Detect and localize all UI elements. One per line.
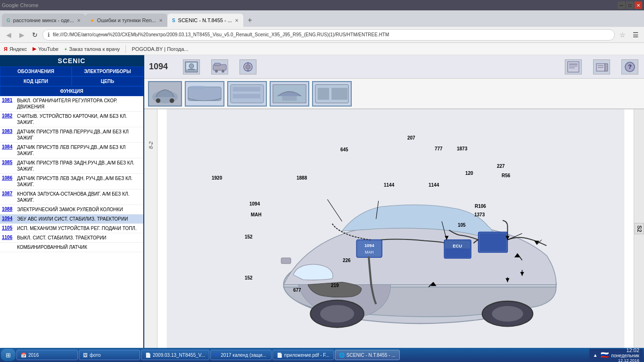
tab1-label: расстояние минск - оде...: [13, 17, 74, 23]
sidebar-item-1088[interactable]: 1088 ЭЛЕКТРИЧЕСКИЙ ЗАМОК РУЛЕВОЙ КОЛОНКИ: [0, 205, 143, 214]
svg-point-23: [170, 98, 174, 103]
taskbar-item2-label: фото: [90, 353, 101, 358]
sidebar-item-text: ДАТЧИК ПРИСУТВ ПРАВ ЗАДН.РУЧ.ДВ.,А/М БЕЗ…: [17, 160, 141, 172]
bookmark-doctor[interactable]: + Заказ талона к врачу: [64, 46, 120, 52]
clock-time: 12:02: [611, 347, 639, 353]
clock-date: 12.12.2016: [611, 358, 639, 362]
window-controls: ─ □ ✕: [618, 1, 642, 9]
sidebar-item-1106[interactable]: 1106 ВЫКЛ. СИСТ. СТАБИЛИЗ. ТРАЕКТОРИИ: [0, 233, 143, 243]
svg-point-5: [215, 70, 218, 73]
nav-oboznacheniya[interactable]: ОБОЗНАЧЕНИЯ: [0, 66, 72, 76]
back-button[interactable]: ◀: [3, 29, 14, 41]
taskbar-item-6[interactable]: 🌐 SCENIC - N.T.8455 - ...: [335, 350, 400, 360]
thumbnail-4[interactable]: [270, 81, 309, 107]
sidebar-item-1105[interactable]: 1105 ИСП. МЕХАНИЗМ УСТРОЙСТВА РЕГ. ПОДАЧ…: [0, 224, 143, 233]
new-tab-button[interactable]: +: [243, 14, 256, 27]
pogoda-label: POGODA.BY | Погода...: [132, 46, 188, 52]
label-1373: 1373: [474, 212, 485, 217]
sidebar-item-[interactable]: КОМБИНИРОВАННЫЙ ЛАТЧИК: [0, 243, 143, 252]
sidebar-item-text: ЭЛЕКТРИЧЕСКИЙ ЗАМОК РУЛЕВОЙ КОЛОНКИ: [17, 206, 123, 213]
taskbar-item-4[interactable]: W 2017 календ (защи...: [210, 350, 272, 360]
taskbar-item5-icon: 📄: [277, 353, 282, 358]
tab3-close[interactable]: ✕: [235, 18, 239, 23]
thumbnail-2[interactable]: [185, 81, 224, 107]
sidebar-item-1081[interactable]: 1081 ВЫКЛ. ОГРАНИЧИТЕЛЯ РЕГУЛЯТОРА СКОР.…: [0, 96, 143, 112]
clock-day: понедельник: [611, 353, 639, 358]
svg-text:?: ?: [628, 63, 632, 70]
main-diagram: 8-2: [144, 109, 644, 348]
bookmark-pogoda[interactable]: POGODA.BY | Погода...: [132, 46, 188, 52]
sidebar-item-1094[interactable]: 1094 ЭБУ АВС И/ИЛИ СИСТ. СТАБИЛИЗ. ТРАЕК…: [0, 214, 143, 224]
sidebar-item-1083[interactable]: 1083 ДАТЧИК ПРИСУТВ ПРАВ.ПЕРРУЧ.ДВ.,А/М …: [0, 127, 143, 143]
taskbar-item-5[interactable]: 📄 приложение.pdf - F...: [272, 350, 334, 360]
nav-elektropribory[interactable]: ЭЛЕКТРОПРИБОРЫ: [72, 66, 143, 76]
taskbar-item6-label: SCENIC - N.T.8455 - ...: [347, 353, 396, 358]
sidebar-item-1084[interactable]: 1084 ДАТЧИК ПРИСУТВ ЛЕВ ПЕРРУЧ.ДВ.,А/М Б…: [0, 143, 143, 158]
taskbar-item-3[interactable]: 📄 2009.03.13_NT8455_V...: [141, 350, 209, 360]
sidebar-item-1087[interactable]: 1087 КНОПКА ЗАПУСКА-ОСТАНОВА ДВИГ. А/М Б…: [0, 189, 143, 205]
maximize-button[interactable]: □: [626, 1, 634, 9]
label-R56: R56: [502, 173, 510, 178]
label-1144b: 1144: [429, 182, 439, 188]
nav-funktsiya[interactable]: ФУНКЦИЯ: [0, 86, 143, 96]
section-label-container: S2: [634, 109, 644, 348]
doctor-icon: +: [64, 46, 67, 52]
nav-tsep[interactable]: ЦЕПЬ: [72, 76, 143, 86]
sidebar-item-1082[interactable]: 1082 СЧИТЫВ. УСТРОЙСТВО КАРТОЧКИ, А/М БЕ…: [0, 112, 143, 127]
menu-button[interactable]: ☰: [630, 29, 641, 41]
thumbnail-5[interactable]: [312, 81, 352, 107]
nav-kod-tsepi[interactable]: КОД ЦЕПИ: [0, 76, 72, 86]
taskbar-item-1[interactable]: 📅 2016: [17, 350, 78, 360]
toolbar-icon-1[interactable]: [182, 58, 201, 75]
title-bar: Google Chrome ─ □ ✕: [0, 0, 644, 10]
forward-button[interactable]: ▶: [16, 29, 27, 41]
sidebar-item-text: КОМБИНИРОВАННЫЙ ЛАТЧИК: [17, 244, 87, 250]
sidebar-item-num: 1088: [2, 206, 17, 212]
label-1873: 1873: [457, 146, 467, 151]
tab-2[interactable]: ★ Ошибки и тупняки Ren... ✕: [85, 14, 167, 27]
taskbar-item-2[interactable]: 🖼 фото: [79, 350, 140, 360]
taskbar-item4-label: 2017 календ (защи...: [221, 353, 266, 358]
toolbar-icon-5[interactable]: [592, 58, 611, 75]
thumbnail-car[interactable]: [148, 81, 182, 107]
taskbar-item5-label: приложение.pdf - F...: [284, 353, 330, 358]
taskbar-item1-icon: 📅: [21, 353, 26, 358]
tab3-label: SCENIC - N.T.8455 - ...: [178, 17, 232, 23]
svg-rect-4: [215, 63, 220, 66]
tray-arrow-icon[interactable]: ▲: [593, 353, 598, 358]
bookmark-star[interactable]: ☆: [617, 29, 628, 41]
bookmark-yandex[interactable]: Я Яндекс: [4, 46, 27, 52]
close-button[interactable]: ✕: [635, 1, 642, 9]
sidebar-item-1086[interactable]: 1086 ДАТЧИК ПРИСУТВ ЛЕВ ЗАДН. РУЧ.ДВ.,А/…: [0, 174, 143, 189]
refresh-button[interactable]: ↻: [29, 29, 41, 41]
start-button[interactable]: ⊞: [1, 349, 16, 361]
bookmark-youtube[interactable]: ▶ YouTube: [33, 46, 58, 52]
label-226: 226: [343, 258, 351, 263]
tab1-close[interactable]: ✕: [77, 18, 81, 23]
thumbnail-3[interactable]: [227, 81, 267, 107]
label-777: 777: [435, 146, 443, 151]
label-MAN: МАН: [251, 212, 262, 217]
nav-bar: ◀ ▶ ↻ ℹ file:///D:/MOE/авто/сценик%203/С…: [0, 27, 644, 43]
address-bar[interactable]: ℹ file:///D:/MOE/авто/сценик%203/СХЕМЫ%2…: [42, 29, 615, 41]
toolbar-icon-3[interactable]: [239, 58, 257, 75]
tab2-close[interactable]: ✕: [159, 18, 163, 23]
taskbar-clock: 12:02 понедельник 12.12.2016: [611, 347, 639, 362]
tab-1[interactable]: G расстояние минск - оде... ✕: [2, 14, 85, 27]
toolbar-icon-4[interactable]: [564, 58, 583, 75]
current-item-number: 1094: [149, 62, 173, 72]
diagram-page[interactable]: ECU 1094 МАН: [157, 109, 634, 348]
toolbar-icon-6[interactable]: ?: [620, 58, 639, 75]
sidebar-item-num: 1085: [2, 160, 17, 165]
main-content: SCENIC ОБОЗНАЧЕНИЯ ЭЛЕКТРОПРИБОРЫ КОД ЦЕ…: [0, 55, 644, 348]
minimize-button[interactable]: ─: [618, 1, 625, 9]
svg-rect-44: [480, 233, 506, 251]
lock-icon: ℹ: [48, 32, 50, 38]
svg-text:МАН: МАН: [365, 250, 373, 255]
sidebar-item-num: 1106: [2, 235, 17, 240]
tab-3[interactable]: S SCENIC - N.T.8455 - ... ✕: [167, 14, 243, 27]
sidebar-item-text: ДАТЧИК ПРИСУТВ ЛЕВ ПЕРРУЧ.ДВ.,А/М БЕЗ КЛ…: [17, 144, 141, 156]
sidebar-item-1085[interactable]: 1085 ДАТЧИК ПРИСУТВ ПРАВ ЗАДН.РУЧ.ДВ.,А/…: [0, 158, 143, 174]
toolbar-icon-2[interactable]: [210, 58, 229, 75]
svg-rect-27: [233, 87, 261, 91]
